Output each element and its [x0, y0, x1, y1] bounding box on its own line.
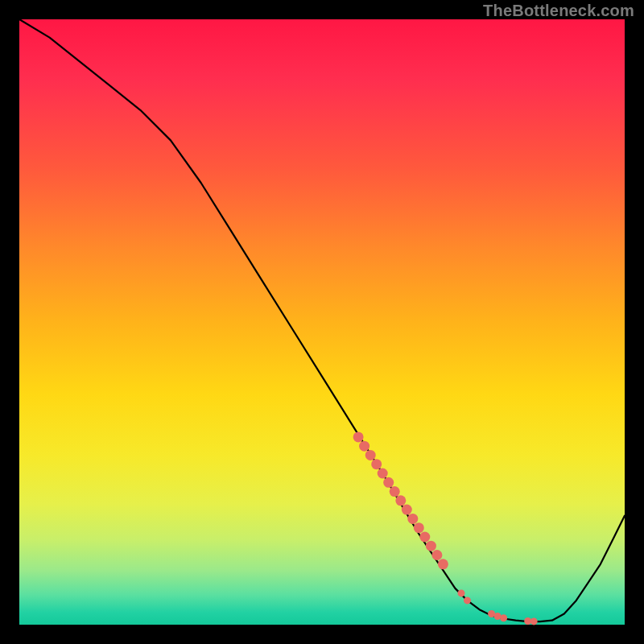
curve-marker — [371, 459, 382, 469]
curve-marker — [378, 469, 388, 479]
plot-area — [19, 19, 625, 625]
curve-marker — [353, 431, 364, 442]
curve-marker — [359, 441, 369, 452]
curve-marker — [365, 450, 376, 460]
bottleneck-curve — [19, 19, 625, 621]
curve-marker — [395, 495, 406, 506]
curve-marker — [414, 522, 424, 533]
curve-marker — [402, 505, 412, 515]
curve-marker — [438, 559, 448, 569]
curve-marker — [530, 617, 538, 625]
curve-marker — [500, 614, 507, 621]
chart-overlay — [19, 19, 625, 625]
curve-marker — [458, 589, 465, 597]
curve-marker — [407, 514, 418, 524]
chart-frame: TheBottleneck.com — [0, 0, 644, 644]
curve-marker — [431, 550, 442, 560]
curve-marker — [419, 532, 430, 543]
attribution-label: TheBottleneck.com — [483, 2, 634, 20]
curve-marker — [464, 597, 471, 604]
curve-marker — [383, 477, 394, 488]
curve-marker — [390, 486, 400, 497]
marker-group — [353, 431, 538, 625]
curve-marker — [426, 541, 436, 551]
